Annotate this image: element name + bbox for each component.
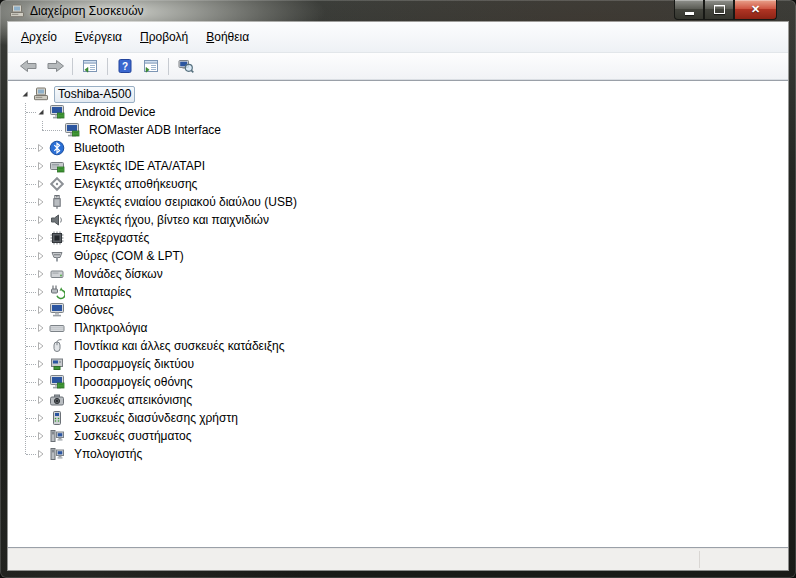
- adb-interface-icon: [64, 122, 80, 138]
- expander-collapsed-icon[interactable]: [36, 449, 46, 459]
- expander-collapsed-icon[interactable]: [36, 251, 46, 261]
- expander-collapsed-icon[interactable]: [36, 341, 46, 351]
- expander-collapsed-icon[interactable]: [36, 269, 46, 279]
- tree-connector-line: [42, 121, 44, 130]
- tree-connector-line: [26, 328, 36, 330]
- tree-connector-line: [26, 292, 36, 294]
- tree-connector-line: [26, 166, 36, 168]
- forward-button[interactable]: [43, 55, 67, 77]
- tree-item[interactable]: Υπολογιστής: [8, 445, 788, 463]
- tree-item[interactable]: Toshiba-A500: [8, 85, 788, 103]
- hid-icon: [49, 410, 65, 426]
- expander-collapsed-icon[interactable]: [36, 197, 46, 207]
- expander-collapsed-icon[interactable]: [36, 377, 46, 387]
- ide-controller-icon: [49, 158, 65, 174]
- expander-collapsed-icon[interactable]: [36, 323, 46, 333]
- tree-connector-line: [26, 274, 36, 276]
- tree-item-label: Υπολογιστής: [70, 446, 146, 463]
- tree-connector-line: [26, 238, 36, 240]
- tree-item-label: ROMaster ADB Interface: [85, 122, 225, 139]
- tree-item[interactable]: Πληκτρολόγια: [8, 319, 788, 337]
- menu-action[interactable]: Ενέργεια: [66, 27, 131, 47]
- device-tree[interactable]: Toshiba-A500Android DeviceROMaster ADB I…: [8, 81, 788, 547]
- toolbar: ?: [8, 53, 788, 80]
- android-device-icon: [49, 104, 65, 120]
- expander-expanded-icon[interactable]: [20, 89, 30, 99]
- tree-item[interactable]: Ελεγκτές αποθήκευσης: [8, 175, 788, 193]
- tree-connector-line: [26, 382, 36, 384]
- expander-collapsed-icon[interactable]: [36, 143, 46, 153]
- tree-item-label: Πληκτρολόγια: [70, 320, 151, 337]
- tree-connector-line: [26, 310, 36, 312]
- expander-collapsed-icon[interactable]: [36, 215, 46, 225]
- titlebar[interactable]: Διαχείριση Συσκευών ✕: [0, 0, 796, 22]
- toolbar-separator: [168, 58, 169, 75]
- expander-collapsed-icon[interactable]: [36, 305, 46, 315]
- menu-bar: Αρχείο Ενέργεια Προβολή Βοήθεια: [8, 22, 788, 53]
- mouse-icon: [49, 338, 65, 354]
- tree-item[interactable]: Συσκευές απεικόνισης: [8, 391, 788, 409]
- bluetooth-icon: [49, 140, 65, 156]
- tree-item[interactable]: Μπαταρίες: [8, 283, 788, 301]
- action-pane-button[interactable]: [139, 55, 163, 77]
- tree-connector-line: [42, 130, 62, 132]
- expander-collapsed-icon[interactable]: [36, 359, 46, 369]
- tree-item-label: Ελεγκτές αποθήκευσης: [70, 176, 201, 193]
- expander-collapsed-icon[interactable]: [36, 233, 46, 243]
- device-manager-icon: [9, 3, 25, 19]
- expander-collapsed-icon[interactable]: [36, 395, 46, 405]
- monitor-icon: [49, 302, 65, 318]
- help-button[interactable]: ?: [113, 55, 137, 77]
- status-bar: [8, 548, 788, 570]
- back-button[interactable]: [17, 55, 41, 77]
- tree-item[interactable]: ROMaster ADB Interface: [8, 121, 788, 139]
- expander-expanded-icon[interactable]: [36, 107, 46, 117]
- tree-item[interactable]: Συσκευές διασύνδεσης χρήστη: [8, 409, 788, 427]
- show-console-tree-button[interactable]: [78, 55, 102, 77]
- menu-file[interactable]: Αρχείο: [12, 27, 66, 47]
- window-controls: ✕: [674, 0, 777, 20]
- tree-item[interactable]: Ελεγκτές ήχου, βίντεο και παιχνιδιών: [8, 211, 788, 229]
- tree-item-label: Toshiba-A500: [54, 86, 135, 103]
- expander-collapsed-icon[interactable]: [36, 431, 46, 441]
- disk-drive-icon: [49, 266, 65, 282]
- toolbar-separator: [107, 58, 108, 75]
- ports-icon: [49, 248, 65, 264]
- tree-item[interactable]: Ελεγκτές IDE ATA/ATAPI: [8, 157, 788, 175]
- content-pane: Toshiba-A500Android DeviceROMaster ADB I…: [8, 80, 788, 548]
- tree-item[interactable]: Ποντίκια και άλλες συσκευές κατάδειξης: [8, 337, 788, 355]
- expander-collapsed-icon[interactable]: [36, 413, 46, 423]
- tree-item[interactable]: Συσκευές συστήματος: [8, 427, 788, 445]
- audio-controller-icon: [49, 212, 65, 228]
- maximize-button[interactable]: [704, 0, 734, 20]
- tree-connector-line: [26, 364, 36, 366]
- tree-item-label: Συσκευές διασύνδεσης χρήστη: [70, 410, 242, 427]
- tree-item[interactable]: Μονάδες δίσκων: [8, 265, 788, 283]
- tree-item[interactable]: Επεξεργαστές: [8, 229, 788, 247]
- tree-connector-line: [26, 112, 36, 114]
- tree-item[interactable]: Οθόνες: [8, 301, 788, 319]
- tree-item[interactable]: Android Device: [8, 103, 788, 121]
- tree-item-label: Ελεγκτές ήχου, βίντεο και παιχνιδιών: [70, 212, 273, 229]
- expander-collapsed-icon[interactable]: [36, 179, 46, 189]
- menu-help[interactable]: Βοήθεια: [197, 27, 258, 47]
- tree-item[interactable]: Προσαρμογείς δικτύου: [8, 355, 788, 373]
- scan-hardware-button[interactable]: [174, 55, 198, 77]
- tree-item-label: Ποντίκια και άλλες συσκευές κατάδειξης: [70, 338, 288, 355]
- tree-item[interactable]: Θύρες (COM & LPT): [8, 247, 788, 265]
- tree-item-label: Επεξεργαστές: [70, 230, 153, 247]
- tree-item[interactable]: Ελεγκτές ενιαίου σειριακού διαύλου (USB): [8, 193, 788, 211]
- close-button[interactable]: ✕: [734, 0, 777, 20]
- tree-item[interactable]: Προσαρμογείς οθόνης: [8, 373, 788, 391]
- imaging-device-icon: [49, 392, 65, 408]
- tree-connector-line: [26, 346, 36, 348]
- minimize-button[interactable]: [674, 0, 704, 20]
- tree-connector-line: [26, 418, 36, 420]
- expander-collapsed-icon[interactable]: [36, 287, 46, 297]
- expander-collapsed-icon[interactable]: [36, 161, 46, 171]
- tree-item-label: Bluetooth: [70, 140, 129, 157]
- tree-item[interactable]: Bluetooth: [8, 139, 788, 157]
- tree-item-label: Προσαρμογείς δικτύου: [70, 356, 198, 373]
- tree-item-label: Ελεγκτές IDE ATA/ATAPI: [70, 158, 209, 175]
- menu-view[interactable]: Προβολή: [131, 27, 197, 47]
